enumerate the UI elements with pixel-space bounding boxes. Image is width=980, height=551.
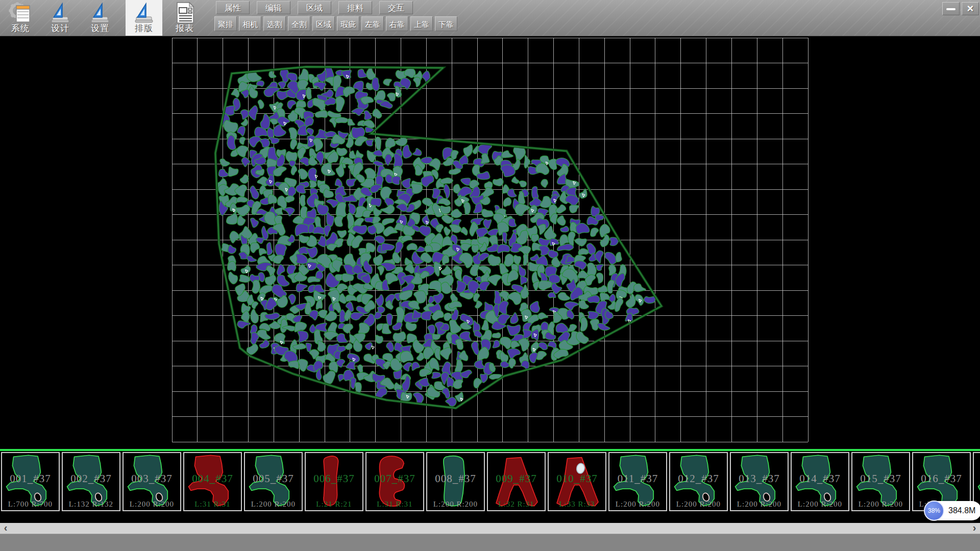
minimize-icon (946, 8, 955, 10)
close-button[interactable]: × (962, 2, 979, 15)
menu-button-5[interactable]: 交互 (379, 1, 413, 14)
menu-button-3[interactable]: 区域 (298, 1, 331, 14)
piece-thumbnail[interactable]: 005_#37L:200 R:200 (244, 452, 303, 511)
design-triangle-icon (48, 2, 72, 24)
status-badge: 38% 384.8M (925, 501, 980, 520)
tool-button-2[interactable]: 相机 (239, 16, 261, 31)
piece-id-label: 005_#37 (245, 472, 302, 485)
ribbon-tab-label: 报表 (166, 22, 203, 34)
nesting-canvas[interactable] (0, 36, 980, 449)
piece-lr-label: L:32 R:31 (488, 500, 545, 509)
settings-triangle-icon (88, 2, 112, 24)
memory-value: 384.8M (948, 506, 975, 515)
strip-top-line (0, 449, 980, 451)
ribbon-tab-5[interactable]: 报表 (166, 0, 203, 36)
close-icon: × (967, 2, 974, 15)
piece-id-label: 011_#37 (609, 472, 666, 485)
ribbon-tab-label: 系统 (2, 22, 39, 34)
system-gear-doc-icon (9, 2, 32, 24)
piece-lr-label: L:200 R:200 (792, 500, 848, 509)
tool-button-4[interactable]: 全割 (288, 16, 310, 31)
horizontal-scrollbar[interactable]: ‹ › (0, 523, 980, 534)
ribbon-tab-label: 设计 (42, 22, 79, 34)
piece-thumbnail[interactable]: 012_#37L:200 R:200 (669, 452, 728, 511)
tool-button-6[interactable]: 瑕疵 (337, 16, 359, 31)
piece-lr-label: L:200 R:200 (245, 500, 302, 509)
piece-lr-label: L:132 R:132 (63, 500, 119, 509)
piece-id-label: 014_#37 (792, 472, 848, 485)
status-bar (0, 534, 980, 551)
piece-lr-label: L:21 R:21 (306, 500, 362, 509)
nesting-layout-svg (0, 36, 980, 449)
ribbon-tab-3[interactable]: 设置 (82, 0, 118, 36)
piece-lr-label: L:200 R:200 (670, 500, 727, 509)
menu-button-2[interactable]: 编辑 (257, 1, 290, 14)
piece-lr-label: L:200 R:200 (427, 500, 484, 509)
piece-thumbnail[interactable]: 008_#37L:200 R:200 (426, 452, 485, 511)
piece-id-label: 017_#37 (974, 472, 980, 485)
piece-thumbnail[interactable]: 015_#37L:200 R:200 (851, 452, 910, 511)
scroll-right-button[interactable]: › (969, 523, 980, 534)
tool-button-8[interactable]: 右靠 (386, 16, 408, 31)
ribbon-tab-2[interactable]: 设计 (42, 0, 79, 36)
ribbon-tab-label: 设置 (82, 22, 118, 34)
piece-id-label: 007_#37 (366, 472, 423, 485)
piece-thumbnail[interactable]: 009_#37L:32 R:31 (487, 452, 546, 511)
piece-thumbnail[interactable]: 010_#37L:33 R:33 (548, 452, 606, 511)
nested-pieces-pattern (215, 66, 655, 406)
piece-thumbnail[interactable]: 004_#37L:31 R:31 (183, 452, 242, 511)
tool-button-9[interactable]: 上靠 (410, 16, 433, 31)
piece-lr-label: L:200 R:200 (731, 500, 788, 509)
piece-id-label: 004_#37 (184, 472, 241, 485)
piece-id-label: 015_#37 (852, 472, 909, 485)
piece-id-label: 010_#37 (549, 472, 605, 485)
scroll-left-button[interactable]: ‹ (0, 523, 11, 534)
piece-lr-label: L:700 R:700 (2, 500, 59, 509)
ribbon-tab-1[interactable]: 系统 (2, 0, 39, 36)
piece-id-label: 006_#37 (306, 472, 362, 485)
report-doc-icon (173, 2, 197, 24)
ribbon-toolbar: 系统设计设置排版报表 属性编辑区域排料交互 聚排相机选割全割区域瑕疵左靠右靠上靠… (0, 0, 980, 36)
piece-lr-label: L:200 R:200 (852, 500, 909, 509)
piece-lr-label: L:31 R:31 (184, 500, 241, 509)
tool-button-7[interactable]: 左靠 (361, 16, 384, 31)
piece-id-label: 008_#37 (427, 472, 484, 485)
progress-circle: 38% (924, 500, 944, 521)
piece-thumbnail[interactable]: 002_#37L:132 R:132 (62, 452, 120, 511)
menu-button-4[interactable]: 排料 (338, 1, 372, 14)
ribbon-tab-4[interactable]: 排版 (126, 0, 162, 36)
menu-button-1[interactable]: 属性 (216, 1, 250, 14)
progress-percent: 38% (928, 507, 940, 514)
piece-thumbnail[interactable]: 013_#37L:200 R:200 (730, 452, 789, 511)
piece-lr-label: L:31 R:31 (366, 500, 423, 509)
piece-id-label: 003_#37 (124, 472, 180, 485)
piece-id-label: 013_#37 (731, 472, 788, 485)
piece-thumbnail[interactable]: 006_#37L:21 R:21 (305, 452, 363, 511)
piece-lr-label: L:200 R:200 (124, 500, 180, 509)
minimize-button[interactable] (942, 2, 960, 15)
piece-id-label: 001_#37 (2, 472, 59, 485)
piece-lr-label: L:33 R:33 (549, 500, 605, 509)
piece-id-label: 016_#37 (913, 472, 970, 485)
piece-thumbnail[interactable]: 014_#37L:200 R:200 (791, 452, 849, 511)
piece-thumbnail[interactable]: 001_#37L:700 R:700 (1, 452, 60, 511)
piece-thumbnail[interactable]: 003_#37L:200 R:200 (122, 452, 181, 511)
tool-button-3[interactable]: 选割 (263, 16, 286, 31)
piece-id-label: 009_#37 (488, 472, 545, 485)
piece-lr-label: L:200 R:200 (609, 500, 666, 509)
layout-triangle-icon (132, 2, 156, 24)
tool-button-10[interactable]: 下靠 (435, 16, 457, 31)
ribbon-tab-label: 排版 (126, 22, 162, 34)
piece-thumbnail[interactable]: 011_#37L:200 R:200 (608, 452, 667, 511)
tool-button-5[interactable]: 区域 (312, 16, 335, 31)
piece-thumbnail-strip: 001_#37L:700 R:700002_#37L:132 R:132003_… (0, 449, 980, 523)
piece-id-label: 012_#37 (670, 472, 727, 485)
piece-id-label: 002_#37 (63, 472, 119, 485)
piece-thumbnail[interactable]: 007_#37L:31 R:31 (365, 452, 424, 511)
tool-button-1[interactable]: 聚排 (214, 16, 237, 31)
